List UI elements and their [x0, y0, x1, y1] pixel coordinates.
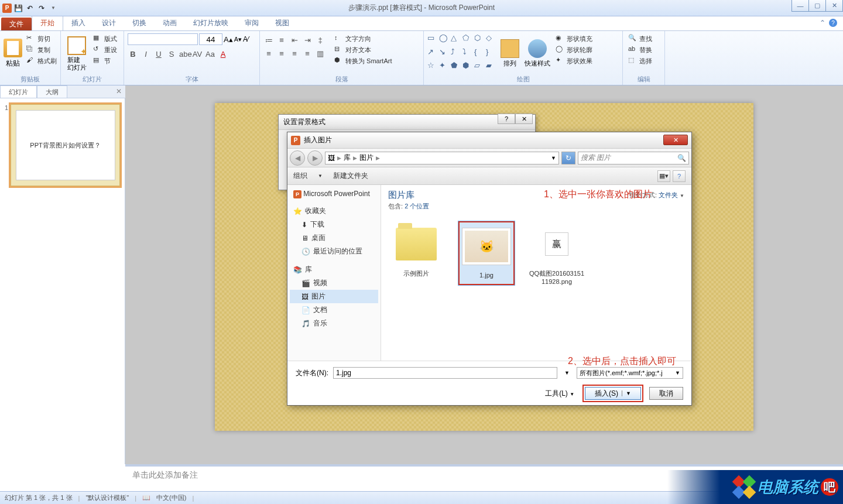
- shape-icon[interactable]: }: [486, 47, 496, 60]
- locations-link[interactable]: 2 个位置: [405, 203, 429, 210]
- align-text-button[interactable]: ⊟对齐文本: [333, 44, 393, 55]
- shape-icon[interactable]: ⬢: [462, 61, 473, 74]
- sidebar-desktop[interactable]: 🖥桌面: [290, 231, 378, 245]
- undo-icon[interactable]: ↶: [25, 3, 35, 13]
- filename-dropdown-icon[interactable]: ▼: [564, 370, 570, 376]
- shape-icon[interactable]: ▭: [427, 33, 438, 46]
- refresh-button[interactable]: ↻: [561, 152, 575, 164]
- slide-thumbnail[interactable]: PPT背景图片如何设置？: [11, 104, 120, 186]
- strike-button[interactable]: S: [166, 50, 177, 59]
- sidebar-videos[interactable]: 🎬视频: [290, 276, 378, 290]
- bold-button[interactable]: B: [128, 50, 138, 59]
- arrange-button[interactable]: 排列: [499, 33, 521, 74]
- bullets-button[interactable]: ≔: [263, 36, 274, 44]
- shape-icon[interactable]: △: [451, 33, 461, 46]
- select-button[interactable]: ⬚选择: [626, 56, 661, 66]
- shape-icon[interactable]: ▱: [474, 61, 485, 74]
- line-spacing-button[interactable]: ‡: [315, 36, 325, 44]
- slides-tab[interactable]: 幻灯片: [0, 85, 37, 98]
- sidebar-libraries[interactable]: 📚库: [290, 263, 378, 276]
- tab-transitions[interactable]: 切换: [124, 16, 155, 30]
- sidebar-music[interactable]: 🎵音乐: [290, 317, 378, 330]
- redo-icon[interactable]: ↷: [36, 3, 47, 13]
- sort-dropdown[interactable]: 文件夹: [659, 191, 678, 198]
- view-options-button[interactable]: ▦▾: [657, 170, 670, 182]
- shape-icon[interactable]: ◇: [486, 33, 496, 46]
- spell-check-icon[interactable]: 📖: [142, 494, 150, 502]
- minimize-button[interactable]: —: [791, 0, 809, 12]
- nav-back-button[interactable]: ◀: [290, 150, 305, 166]
- justify-button[interactable]: ≡: [302, 49, 313, 58]
- shapes-gallery[interactable]: ▭◯△⬠⬡◇ ↗↘⤴⤵{} ☆✦⬟⬢▱▰: [427, 33, 496, 74]
- shape-icon[interactable]: ▰: [486, 61, 496, 74]
- sidebar-favorites[interactable]: ⭐收藏夹: [290, 204, 378, 218]
- file-item-folder[interactable]: 示例图片: [388, 221, 444, 285]
- paste-button[interactable]: 粘贴: [4, 33, 22, 74]
- columns-button[interactable]: ▥: [315, 49, 325, 58]
- maximize-button[interactable]: ▢: [808, 0, 826, 12]
- filename-input[interactable]: [333, 367, 557, 379]
- align-center-button[interactable]: ≡: [276, 49, 287, 58]
- search-input[interactable]: 搜索 图片 🔍: [578, 152, 689, 164]
- shape-fill-button[interactable]: ◉形状填充: [554, 33, 594, 44]
- minimize-ribbon-icon[interactable]: ⌃: [820, 19, 825, 27]
- quick-styles-button[interactable]: 快速样式: [523, 33, 551, 74]
- shape-icon[interactable]: ↘: [439, 47, 450, 60]
- new-folder-button[interactable]: 新建文件夹: [333, 171, 368, 181]
- tab-insert[interactable]: 插入: [63, 16, 94, 30]
- filetype-combo[interactable]: 所有图片(*.emf;*.wmf;*.jpg;*.j▼: [577, 367, 683, 379]
- italic-button[interactable]: I: [140, 50, 151, 59]
- sidebar-pictures[interactable]: 🖼图片: [290, 290, 378, 303]
- grow-font-icon[interactable]: A▴: [224, 35, 233, 44]
- tab-review[interactable]: 审阅: [237, 16, 267, 30]
- breadcrumb-item[interactable]: 图片: [359, 153, 373, 163]
- shape-icon[interactable]: ⬠: [462, 33, 473, 46]
- sidebar-powerpoint[interactable]: P Microsoft PowerPoint: [290, 188, 378, 200]
- indent-dec-button[interactable]: ⇤: [289, 36, 300, 44]
- find-button[interactable]: 🔍查找: [626, 33, 661, 44]
- clear-format-icon[interactable]: A⁄: [243, 35, 249, 43]
- shape-icon[interactable]: ⬟: [451, 61, 461, 74]
- indent-inc-button[interactable]: ⇥: [302, 36, 313, 44]
- align-right-button[interactable]: ≡: [289, 49, 300, 58]
- sidebar-recent[interactable]: 🕓最近访问的位置: [290, 245, 378, 258]
- underline-button[interactable]: U: [153, 50, 164, 59]
- shape-icon[interactable]: ☆: [427, 61, 438, 74]
- file-item-image[interactable]: 赢 QQ截图20160315111928.png: [529, 221, 585, 285]
- shape-icon[interactable]: ⤴: [451, 47, 461, 60]
- shape-icon[interactable]: ⤵: [462, 47, 473, 60]
- tab-slideshow[interactable]: 幻灯片放映: [185, 16, 237, 30]
- close-pane-icon[interactable]: ✕: [112, 85, 125, 98]
- shape-effects-button[interactable]: ✦形状效果: [554, 56, 594, 66]
- shape-outline-button[interactable]: ◯形状轮廓: [554, 44, 594, 55]
- breadcrumb-item[interactable]: 库: [344, 153, 351, 163]
- file-item-selected[interactable]: 1.jpg: [458, 221, 515, 285]
- layout-button[interactable]: ▦版式: [91, 33, 119, 44]
- text-direction-button[interactable]: ↕文字方向: [333, 33, 393, 44]
- shrink-font-icon[interactable]: A▾: [234, 36, 242, 43]
- font-color-button[interactable]: A: [218, 50, 228, 59]
- section-button[interactable]: ▤节: [91, 56, 119, 66]
- help-button[interactable]: ?: [673, 170, 686, 182]
- align-left-button[interactable]: ≡: [263, 49, 274, 58]
- format-painter-button[interactable]: 🖌格式刷: [25, 56, 59, 66]
- char-spacing-button[interactable]: AV: [192, 50, 203, 59]
- breadcrumb[interactable]: 🖼 ▶ 库 ▶ 图片 ▶ ▼: [325, 152, 559, 164]
- shape-icon[interactable]: ⬡: [474, 33, 485, 46]
- status-language[interactable]: 中文(中国): [156, 493, 186, 502]
- outline-tab[interactable]: 大纲: [37, 85, 67, 98]
- shape-icon[interactable]: ↗: [427, 47, 438, 60]
- dialog-help-button[interactable]: ?: [498, 114, 515, 124]
- cut-button[interactable]: ✂剪切: [25, 33, 59, 44]
- numbering-button[interactable]: ≡: [276, 36, 287, 44]
- qat-dropdown-icon[interactable]: ▼: [48, 3, 59, 13]
- sidebar-downloads[interactable]: ⬇下载: [290, 218, 378, 231]
- font-name-combo[interactable]: [128, 33, 198, 45]
- shape-icon[interactable]: ✦: [439, 61, 450, 74]
- save-icon[interactable]: 💾: [13, 3, 23, 13]
- change-case-button[interactable]: Aa: [205, 50, 215, 59]
- nav-forward-button[interactable]: ▶: [307, 150, 323, 166]
- organize-button[interactable]: 组织: [293, 171, 307, 181]
- reset-button[interactable]: ↺重设: [91, 44, 119, 55]
- dialog-close-button[interactable]: ✕: [663, 135, 688, 145]
